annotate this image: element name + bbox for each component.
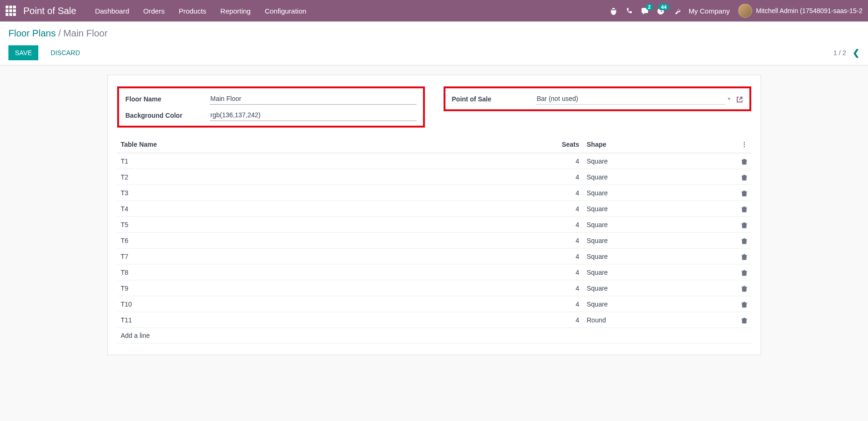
cell-shape[interactable]: Square	[583, 169, 733, 185]
highlight-right: Point of Sale ▼	[444, 86, 751, 111]
chat-icon[interactable]: 2	[641, 7, 649, 15]
topbar-right: 2 44 My Company Mitchell Admin (17548091…	[610, 4, 862, 18]
company-selector[interactable]: My Company	[689, 7, 730, 15]
floor-name-input[interactable]	[210, 93, 416, 105]
cell-name[interactable]: T7	[117, 249, 546, 264]
cell-shape[interactable]: Square	[583, 153, 733, 169]
cell-seats[interactable]: 4	[546, 169, 583, 185]
caret-down-icon[interactable]: ▼	[727, 96, 732, 101]
cell-seats[interactable]: 4	[546, 185, 583, 201]
field-pos: Point of Sale ▼	[452, 93, 743, 105]
trash-icon[interactable]	[741, 268, 748, 276]
cell-name[interactable]: T5	[117, 217, 546, 233]
cell-shape[interactable]: Round	[583, 312, 733, 328]
cell-name[interactable]: T3	[117, 185, 546, 201]
user-menu[interactable]: Mitchell Admin (17548091-saas-15-2	[738, 4, 862, 18]
cell-name[interactable]: T11	[117, 312, 546, 328]
trash-icon[interactable]	[741, 300, 748, 308]
cell-shape[interactable]: Square	[583, 280, 733, 296]
external-link-icon[interactable]	[736, 95, 743, 102]
nav-products[interactable]: Products	[179, 7, 206, 15]
cell-name[interactable]: T10	[117, 296, 546, 312]
pos-m2o: ▼	[536, 93, 743, 105]
nav-reporting[interactable]: Reporting	[220, 7, 251, 15]
trash-icon[interactable]	[741, 221, 748, 228]
cell-shape[interactable]: Square	[583, 201, 733, 217]
sheet-wrap: Floor Name Background Color Point of Sal…	[0, 65, 868, 364]
nav-orders[interactable]: Orders	[143, 7, 165, 15]
cell-name[interactable]: T8	[117, 264, 546, 280]
table-row[interactable]: T24Square	[117, 169, 751, 185]
table-row[interactable]: T104Square	[117, 296, 751, 312]
cell-seats[interactable]: 4	[546, 217, 583, 233]
bug-icon[interactable]	[610, 7, 617, 15]
cell-seats[interactable]: 4	[546, 296, 583, 312]
cell-shape[interactable]: Square	[583, 249, 733, 264]
cell-shape[interactable]: Square	[583, 185, 733, 201]
pos-input[interactable]	[536, 93, 725, 105]
cell-name[interactable]: T6	[117, 233, 546, 249]
nav-configuration[interactable]: Configuration	[265, 7, 306, 15]
add-line-button[interactable]: Add a line	[117, 328, 751, 343]
cell-name[interactable]: T9	[117, 280, 546, 296]
table-row[interactable]: T44Square	[117, 201, 751, 217]
tools-icon[interactable]	[673, 7, 680, 15]
form-sheet: Floor Name Background Color Point of Sal…	[107, 75, 761, 355]
cell-shape[interactable]: Square	[583, 264, 733, 280]
pager: 1 / 2 ❮	[833, 48, 860, 58]
trash-icon[interactable]	[741, 316, 748, 324]
cell-seats[interactable]: 4	[546, 153, 583, 169]
col-kebab-icon[interactable]: ⋮	[733, 136, 751, 153]
activity-icon[interactable]: 44	[657, 7, 664, 15]
topbar: Point of Sale Dashboard Orders Products …	[0, 0, 868, 21]
user-name: Mitchell Admin (17548091-saas-15-2	[756, 7, 862, 14]
cell-shape[interactable]: Square	[583, 233, 733, 249]
cell-name[interactable]: T4	[117, 201, 546, 217]
col-seats[interactable]: Seats	[546, 136, 583, 153]
trash-icon[interactable]	[741, 157, 748, 165]
pager-prev-icon[interactable]: ❮	[853, 48, 860, 58]
col-name[interactable]: Table Name	[117, 136, 546, 153]
table-row[interactable]: T14Square	[117, 153, 751, 169]
cell-name[interactable]: T2	[117, 169, 546, 185]
breadcrumb: Floor Plans / Main Floor	[8, 28, 860, 39]
subheader: Floor Plans / Main Floor SAVE DISCARD 1 …	[0, 21, 868, 65]
cell-seats[interactable]: 4	[546, 233, 583, 249]
cell-shape[interactable]: Square	[583, 217, 733, 233]
trash-icon[interactable]	[741, 189, 748, 197]
cell-seats[interactable]: 4	[546, 201, 583, 217]
bg-color-input[interactable]	[210, 109, 416, 121]
cell-name[interactable]: T1	[117, 153, 546, 169]
table-row[interactable]: T34Square	[117, 185, 751, 201]
discard-button[interactable]: DISCARD	[46, 45, 85, 60]
trash-icon[interactable]	[741, 284, 748, 292]
cell-seats[interactable]: 4	[546, 312, 583, 328]
table-row[interactable]: T54Square	[117, 217, 751, 233]
trash-icon[interactable]	[741, 236, 748, 244]
cell-seats[interactable]: 4	[546, 264, 583, 280]
pager-text[interactable]: 1 / 2	[833, 49, 846, 57]
apps-icon[interactable]	[6, 6, 16, 16]
table-row[interactable]: T74Square	[117, 249, 751, 264]
field-bg-color: Background Color	[126, 109, 416, 121]
nav-dashboard[interactable]: Dashboard	[95, 7, 129, 15]
app-title[interactable]: Point of Sale	[23, 6, 76, 16]
table-row[interactable]: T94Square	[117, 280, 751, 296]
cell-shape[interactable]: Square	[583, 296, 733, 312]
table-row[interactable]: T64Square	[117, 233, 751, 249]
phone-icon[interactable]	[626, 7, 633, 15]
table-row[interactable]: T84Square	[117, 264, 751, 280]
trash-icon[interactable]	[741, 252, 748, 260]
cell-seats[interactable]: 4	[546, 249, 583, 264]
trash-icon[interactable]	[741, 173, 748, 181]
cell-seats[interactable]: 4	[546, 280, 583, 296]
trash-icon[interactable]	[741, 205, 748, 213]
breadcrumb-root[interactable]: Floor Plans	[8, 28, 56, 38]
form-col-right: Point of Sale ▼	[444, 86, 751, 128]
save-button[interactable]: SAVE	[8, 45, 38, 60]
subheader-row: SAVE DISCARD 1 / 2 ❮	[8, 45, 860, 60]
highlight-left: Floor Name Background Color	[117, 86, 425, 128]
col-shape[interactable]: Shape	[583, 136, 733, 153]
table-row[interactable]: T114Round	[117, 312, 751, 328]
avatar	[738, 4, 752, 18]
